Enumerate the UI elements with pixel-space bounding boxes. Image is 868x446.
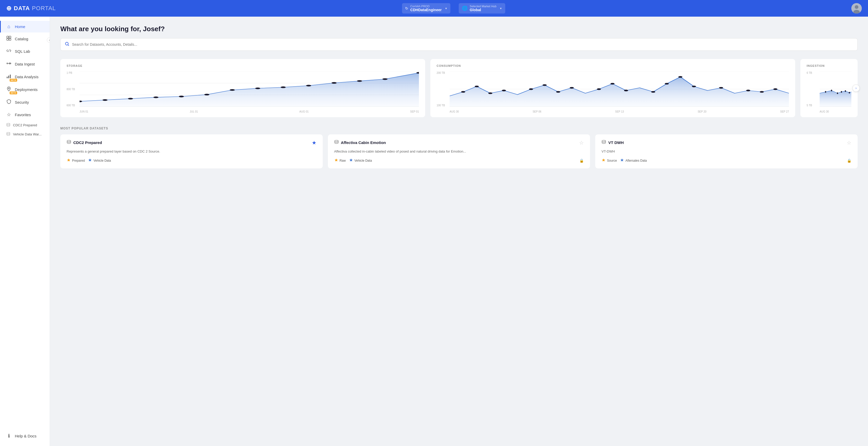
sidebar-item-sql-lab[interactable]: SQL Lab bbox=[0, 45, 50, 58]
source-icon bbox=[601, 158, 606, 163]
dataset-affectiva-label: Affectiva Cabin Emotion bbox=[341, 140, 386, 145]
svg-point-46 bbox=[611, 83, 615, 85]
sidebar-home-label: Home bbox=[15, 25, 25, 29]
dataset-vtdwh-tags: Source Aftersales Data 🔒 bbox=[601, 158, 851, 163]
storage-y2: 800 TB bbox=[67, 88, 75, 91]
svg-point-59 bbox=[825, 91, 827, 93]
tag-aftersales-label: Aftersales Data bbox=[625, 159, 647, 162]
sidebar-item-help[interactable]: ℹ Help & Docs bbox=[0, 430, 50, 442]
dataset-cdc2-icon bbox=[67, 139, 71, 145]
dataset-card-cdc2[interactable]: CDC2 Prepared ★ Represents a general pre… bbox=[60, 134, 323, 168]
sidebar-item-catalog[interactable]: Catalog bbox=[0, 32, 50, 45]
datasets-grid: CDC2 Prepared ★ Represents a general pre… bbox=[60, 134, 858, 168]
sidebar-sub-item-vehicle[interactable]: Vehicle Data War... bbox=[0, 130, 50, 139]
consumption-x1: AUG 30 bbox=[450, 110, 459, 113]
main-content: What are you looking for, Josef? STORAGE… bbox=[50, 17, 868, 446]
svg-point-14 bbox=[7, 132, 10, 133]
ingestion-next-button[interactable]: › bbox=[852, 85, 860, 92]
dataset-affectiva-star[interactable]: ☆ bbox=[579, 139, 584, 146]
svg-point-60 bbox=[831, 90, 832, 91]
consumption-x4: SEP 20 bbox=[698, 110, 707, 113]
sidebar-item-data-ingest[interactable]: Data Ingest bbox=[0, 58, 50, 70]
svg-point-55 bbox=[773, 88, 777, 90]
dataset-affectiva-tags: Raw Vehicle Data 🔒 bbox=[334, 158, 584, 163]
svg-point-26 bbox=[229, 89, 235, 91]
cdc2-icon bbox=[6, 123, 10, 128]
logo: ⊕ DATA PORTAL bbox=[6, 5, 56, 12]
dataset-cdc2-label: CDC2 Prepared bbox=[73, 140, 102, 145]
dataset-affectiva-header: Affectiva Cabin Emotion ☆ bbox=[334, 139, 584, 146]
ingestion-x1: AUG 30 bbox=[819, 110, 829, 113]
consumption-y2: 100 TB bbox=[437, 104, 445, 107]
svg-point-31 bbox=[357, 80, 362, 82]
svg-rect-6 bbox=[9, 38, 11, 40]
svg-point-49 bbox=[665, 83, 669, 85]
dataset-affectiva-name: Affectiva Cabin Emotion bbox=[334, 139, 386, 145]
ingestion-y1: 6 TB bbox=[807, 71, 812, 74]
ingestion-chart-card: INGESTION 6 TB 5 TB bbox=[800, 59, 858, 117]
consumption-chart-area: 200 TB 100 TB bbox=[437, 71, 789, 113]
env-selector[interactable]: ↻ ConVeh PROD CDHDataEngineer ▼ bbox=[402, 3, 451, 13]
consumption-x-labels: AUG 30 SEP 06 SEP 13 SEP 20 SEP 27 bbox=[450, 110, 789, 113]
svg-point-24 bbox=[179, 96, 184, 97]
search-bar bbox=[60, 38, 858, 51]
user-avatar[interactable] bbox=[851, 3, 862, 13]
svg-point-42 bbox=[543, 84, 547, 86]
ingestion-x-labels: AUG 30 bbox=[819, 110, 851, 113]
svg-point-25 bbox=[205, 94, 210, 95]
svg-point-13 bbox=[7, 123, 10, 124]
svg-point-66 bbox=[335, 140, 338, 142]
storage-x2: JUL 01 bbox=[190, 110, 198, 113]
raw-icon bbox=[334, 158, 338, 163]
dataset-vtdwh-star[interactable]: ☆ bbox=[847, 139, 851, 146]
consumption-y1: 200 TB bbox=[437, 71, 445, 74]
dataset-vtdwh-icon bbox=[601, 139, 606, 145]
avatar-image bbox=[851, 3, 862, 13]
logo-portal: PORTAL bbox=[32, 5, 56, 12]
sidebar-item-security[interactable]: Security bbox=[0, 96, 50, 109]
data-ingest-icon bbox=[6, 61, 12, 67]
market-info: Selected Market Hub Global bbox=[470, 5, 496, 12]
security-icon bbox=[6, 99, 12, 105]
consumption-x3: SEP 13 bbox=[615, 110, 624, 113]
sidebar-cdc2-label: CDC2 Prepared bbox=[13, 123, 37, 127]
tag-raw-label: Raw bbox=[340, 159, 346, 162]
sidebar-item-home[interactable]: ⌂ Home bbox=[0, 21, 50, 32]
ingestion-chart-area: 6 TB 5 TB bbox=[807, 71, 851, 113]
favorites-icon: ☆ bbox=[6, 112, 12, 118]
sidebar-item-data-analysis[interactable]: Data Analysis BETA bbox=[0, 70, 50, 83]
sidebar-vehicle-label: Vehicle Data War... bbox=[13, 132, 41, 136]
consumption-chart-card: CONSUMPTION 200 TB 100 TB bbox=[430, 59, 795, 117]
svg-point-45 bbox=[597, 88, 601, 90]
consumption-y-labels: 200 TB 100 TB bbox=[437, 71, 445, 107]
ingestion-svg bbox=[819, 71, 851, 107]
help-icon: ℹ bbox=[6, 433, 12, 439]
storage-x1: JUN 01 bbox=[80, 110, 88, 113]
dataset-vtdwh-header: VT DWH ☆ bbox=[601, 139, 851, 146]
svg-point-32 bbox=[382, 78, 388, 80]
sidebar-sub-item-cdc2[interactable]: CDC2 Prepared bbox=[0, 121, 50, 130]
market-selector[interactable]: 🌐 Selected Market Hub Global ▼ bbox=[459, 3, 505, 13]
dataset-card-affectiva[interactable]: Affectiva Cabin Emotion ☆ Affectiva coll… bbox=[328, 134, 590, 168]
svg-point-48 bbox=[651, 91, 655, 93]
storage-y-labels: 1 PB 800 TB 600 TB bbox=[67, 71, 75, 107]
ingestion-y2: 5 TB bbox=[807, 104, 812, 107]
svg-point-12 bbox=[8, 88, 9, 89]
consumption-x5: SEP 27 bbox=[780, 110, 789, 113]
dataset-cdc2-star[interactable]: ★ bbox=[312, 139, 316, 146]
sidebar-item-favorites[interactable]: ☆ Favorites bbox=[0, 109, 50, 121]
env-refresh-icon: ↻ bbox=[405, 6, 408, 10]
storage-x3: AUG 01 bbox=[299, 110, 309, 113]
sidebar-item-deployments[interactable]: Deployments BETA bbox=[0, 83, 50, 96]
vehicle-data-icon bbox=[88, 158, 92, 163]
search-input[interactable] bbox=[72, 42, 853, 46]
svg-point-62 bbox=[841, 91, 842, 93]
vtdwh-lock-icon: 🔒 bbox=[847, 159, 851, 163]
affectiva-lock-icon: 🔒 bbox=[579, 159, 584, 163]
svg-point-47 bbox=[624, 90, 628, 91]
dataset-card-vtdwh[interactable]: VT DWH ☆ VT-DWH Source bbox=[595, 134, 858, 168]
svg-point-54 bbox=[760, 91, 764, 93]
dataset-cdc2-tag-prepared: Prepared bbox=[67, 158, 85, 163]
svg-point-61 bbox=[837, 93, 838, 94]
dataset-cdc2-tags: Prepared Vehicle Data bbox=[67, 158, 316, 163]
